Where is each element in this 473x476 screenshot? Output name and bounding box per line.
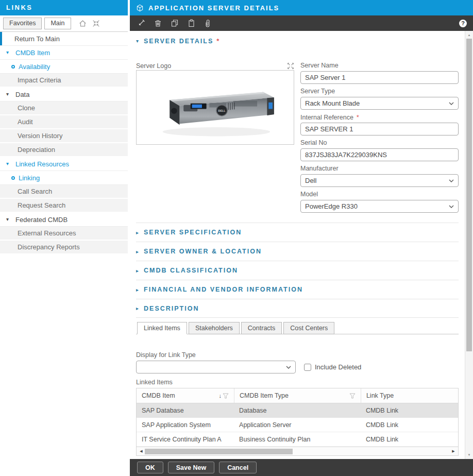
sort-descending-icon[interactable]: ↓ (219, 393, 222, 399)
section-server-details[interactable]: ▾ SERVER DETAILS * (136, 37, 459, 45)
main-panel: APPLICATION SERVER DETAILS (130, 0, 473, 476)
sidebar-item-cmdb-item[interactable]: ▾CMDB Item (0, 46, 128, 60)
section-cmdb-classification[interactable]: ▸CMDB CLASSIFICATION (136, 261, 459, 280)
sidebar-item-return-to-main[interactable]: Return To Main (0, 32, 128, 46)
caret-right-icon: ▸ (136, 287, 140, 293)
home-icon[interactable] (78, 19, 87, 28)
column-cmdb-item-type[interactable]: CMDB Item Type (234, 388, 361, 403)
svg-text:DELL: DELL (218, 109, 226, 112)
server-logo-image: DELL (136, 70, 294, 145)
scroll-left-icon[interactable]: ◀ (138, 447, 145, 455)
column-cmdb-item[interactable]: CMDB Item ↓ (137, 388, 234, 403)
link-type-select[interactable] (136, 361, 296, 373)
sidebar-item-call-search[interactable]: Call Search (0, 185, 128, 199)
collapsed-sections: ▸SERVER SPECIFICATION ▸SERVER OWNER & LO… (136, 223, 459, 318)
help-icon[interactable]: ? (459, 20, 467, 27)
caret-down-icon: ▾ (136, 38, 140, 44)
table-row[interactable]: IT Service Continuity Plan A Business Co… (137, 432, 458, 447)
sidebar-item-federated-cmdb[interactable]: ▾Federated CMDB (0, 213, 128, 227)
cancel-button[interactable]: Cancel (219, 462, 257, 473)
server-details-form: Server Logo (136, 62, 459, 216)
chevron-down-icon: ▾ (6, 92, 13, 97)
filter-icon[interactable] (349, 393, 356, 399)
table-row[interactable]: SAP Database Database CMDB Link (137, 403, 458, 418)
chevron-down-icon (286, 366, 291, 369)
collapse-all-icon[interactable] (92, 19, 100, 28)
sidebar-item-request-search[interactable]: Request Search (0, 199, 128, 213)
chevron-down-icon: ▾ (6, 217, 13, 222)
column-link-type[interactable]: Link Type (361, 388, 458, 403)
chevron-down-icon (449, 102, 454, 105)
sidebar-item-discrepancy-reports[interactable]: Discrepancy Reports (0, 241, 128, 254)
internal-reference-label: Internal Reference* (300, 113, 459, 121)
sidebar-nav: Return To Main ▾CMDB Item Availability I… (0, 32, 128, 254)
caret-right-icon: ▸ (136, 268, 140, 274)
paste-icon[interactable] (188, 19, 195, 27)
section-description[interactable]: ▸DESCRIPTION (136, 299, 459, 318)
required-asterisk: * (357, 113, 359, 121)
table-header-row: CMDB Item ↓ CMDB Item Type Link Type (137, 388, 458, 403)
delete-icon[interactable] (154, 19, 162, 27)
caret-right-icon: ▸ (136, 305, 140, 311)
sidebar-item-version-history[interactable]: Version History (0, 129, 128, 143)
ok-button[interactable]: OK (137, 462, 163, 473)
filter-icon[interactable] (223, 393, 229, 399)
tab-linked-items[interactable]: Linked Items (137, 322, 187, 334)
sidebar-item-depreciation[interactable]: Depreciation (0, 143, 128, 157)
server-type-label: Server Type (300, 88, 459, 95)
detail-tabbar: Linked Items Stakeholders Contracts Cost… (136, 322, 459, 334)
copy-icon[interactable] (171, 19, 179, 27)
scroll-right-icon[interactable]: ▶ (450, 447, 457, 455)
vertical-scroll-thumb[interactable] (466, 39, 472, 351)
serial-no-input[interactable] (300, 148, 459, 161)
links-sidebar: LINKS Favorites Main Return To Main ▾CMD… (0, 0, 128, 476)
model-select[interactable]: PowerEdge R330 (300, 200, 459, 213)
page-header: APPLICATION SERVER DETAILS (130, 0, 473, 15)
server-name-label: Server Name (300, 62, 459, 70)
form-content: ▾ SERVER DETAILS * Server Logo (130, 31, 465, 459)
link-type-filter: Display for Link Type Include Deleted (136, 351, 459, 373)
chevron-down-icon: ▾ (6, 50, 13, 55)
caret-right-icon: ▸ (136, 230, 140, 235)
manufacturer-select[interactable]: Dell (300, 174, 459, 187)
tab-main[interactable]: Main (44, 18, 71, 29)
sidebar-item-linked-resources[interactable]: ▾Linked Resources (0, 157, 128, 171)
chevron-down-icon (449, 205, 454, 208)
sidebar-item-availability[interactable]: Availability (0, 60, 128, 74)
save-new-button[interactable]: Save New (168, 462, 214, 473)
server-type-select[interactable]: Rack Mount Blade (300, 97, 459, 110)
horizontal-scrollbar[interactable]: ◀ ▶ (137, 447, 458, 455)
scroll-down-icon[interactable]: ▼ (465, 451, 473, 458)
sidebar-tabbar: Favorites Main (0, 15, 128, 32)
tab-stakeholders[interactable]: Stakeholders (189, 322, 240, 334)
app-root: LINKS Favorites Main Return To Main ▾CMD… (0, 0, 473, 476)
manufacturer-label: Manufacturer (300, 165, 459, 173)
sidebar-item-audit[interactable]: Audit (0, 115, 128, 129)
server-name-input[interactable] (300, 71, 459, 84)
vertical-scrollbar[interactable]: ▲ ▼ (465, 31, 473, 459)
sidebar-item-external-resources[interactable]: External Resources (0, 227, 128, 241)
attachment-icon[interactable] (204, 19, 211, 28)
sidebar-item-data[interactable]: ▾Data (0, 88, 128, 101)
expand-icon[interactable] (287, 62, 294, 70)
serial-no-label: Serial No (300, 139, 459, 147)
cube-icon (136, 4, 144, 12)
sidebar-item-linking[interactable]: Linking (0, 171, 128, 185)
horizontal-scroll-thumb[interactable] (145, 449, 293, 454)
server-logo-label: Server Logo (136, 62, 171, 70)
action-bar: OK Save New Cancel (130, 459, 473, 476)
pin-icon[interactable] (137, 19, 145, 27)
table-row[interactable]: SAP Application System Application Serve… (137, 418, 458, 432)
scroll-up-icon[interactable]: ▲ (465, 31, 473, 39)
sidebar-item-impact-criteria[interactable]: Impact Criteria (0, 74, 128, 88)
tab-cost-centers[interactable]: Cost Centers (283, 322, 334, 334)
section-financial-vendor-information[interactable]: ▸FINANCIAL AND VENDOR INFORMATION (136, 280, 459, 299)
sidebar-item-clone[interactable]: Clone (0, 101, 128, 115)
tab-contracts[interactable]: Contracts (241, 322, 282, 334)
section-server-owner-location[interactable]: ▸SERVER OWNER & LOCATION (136, 242, 459, 261)
internal-reference-input[interactable] (300, 123, 459, 135)
include-deleted-checkbox[interactable] (304, 364, 311, 371)
tab-favorites[interactable]: Favorites (3, 18, 42, 29)
chevron-down-icon: ▾ (6, 161, 13, 166)
section-server-specification[interactable]: ▸SERVER SPECIFICATION (136, 223, 459, 242)
